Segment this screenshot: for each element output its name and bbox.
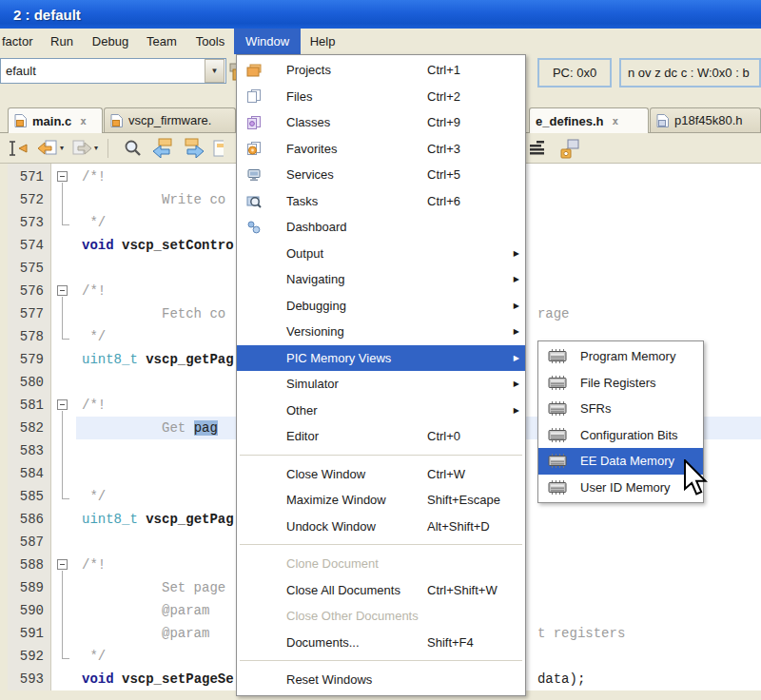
menu-item-ee-data-memory[interactable]: EE Data Memory — [538, 448, 703, 475]
toggle-highlight-icon[interactable] — [213, 139, 224, 158]
fold-start-icon[interactable] — [50, 554, 76, 576]
tab-main-c[interactable]: main.cx — [8, 107, 103, 133]
menu-item-program-memory[interactable]: Program Memory — [538, 343, 703, 370]
menubar-item-run[interactable]: Run — [42, 29, 82, 54]
menu-item-navigating[interactable]: Navigating▶ — [237, 266, 525, 293]
menubar-item-factor[interactable]: factor — [0, 29, 42, 54]
favorites-icon — [246, 140, 267, 157]
menu-item-versioning[interactable]: Versioning▶ — [237, 319, 525, 345]
tab-p18f45k80-h[interactable]: p18f45k80.h — [650, 107, 761, 132]
memory-chip-icon — [548, 426, 569, 443]
line-number[interactable]: 588 — [8, 554, 50, 576]
line-number[interactable]: 576 — [8, 280, 50, 302]
line-number[interactable]: 582 — [8, 417, 50, 439]
line-number[interactable]: 592 — [8, 645, 50, 668]
tab-close-icon[interactable]: x — [80, 115, 87, 127]
menu-item-label: Files — [286, 89, 312, 104]
fold-start-icon[interactable] — [50, 280, 76, 302]
menu-item-favorites[interactable]: FavoritesCtrl+3 — [237, 136, 525, 163]
menu-item-classes[interactable]: ClassesCtrl+9 — [237, 109, 525, 136]
menu-item-projects[interactable]: ProjectsCtrl+1 — [237, 57, 525, 84]
back-icon[interactable] — [36, 139, 59, 158]
menu-item-undock-window[interactable]: Undock WindowAlt+Shift+D — [237, 514, 525, 540]
fold-mid-icon — [50, 302, 76, 325]
line-number[interactable]: 589 — [8, 576, 50, 599]
menu-item-reset-windows[interactable]: Reset Windows — [237, 667, 525, 693]
flags-status-text: n ov z dc c : W:0x0 : b — [628, 66, 750, 80]
menu-item-tasks[interactable]: TasksCtrl+6 — [237, 188, 525, 215]
menubar-item-tools[interactable]: Tools — [186, 29, 234, 54]
fold-start-icon[interactable] — [50, 165, 76, 188]
line-number[interactable]: 590 — [8, 599, 50, 622]
line-number[interactable]: 591 — [8, 622, 50, 645]
menu-item-label: Clone Document — [286, 556, 379, 571]
menu-item-label: Projects — [286, 63, 331, 77]
next-occurrence-icon[interactable] — [182, 138, 206, 158]
comment-lines-icon[interactable] — [529, 140, 550, 157]
fold-start-icon[interactable] — [50, 394, 76, 417]
menu-item-debugging[interactable]: Debugging▶ — [237, 293, 525, 320]
menu-item-close-window[interactable]: Close WindowCtrl+W — [237, 461, 525, 488]
memory-chip-icon — [548, 400, 569, 418]
line-number[interactable]: 579 — [8, 348, 50, 371]
submenu-arrow-icon: ▶ — [514, 275, 519, 283]
menu-item-label: Debugging — [286, 299, 346, 313]
submenu-arrow-icon: ▶ — [514, 301, 519, 310]
menu-item-dashboard[interactable]: Dashboard — [237, 214, 525, 241]
tab-close-icon[interactable]: x — [613, 115, 619, 127]
line-number[interactable]: 571 — [8, 165, 50, 188]
line-number[interactable]: 573 — [8, 211, 50, 234]
menubar-item-team[interactable]: Team — [137, 29, 186, 54]
menu-item-file-registers[interactable]: File Registers — [538, 370, 703, 397]
line-number[interactable]: 584 — [8, 462, 50, 485]
menu-item-services[interactable]: ServicesCtrl+5 — [237, 162, 525, 188]
menu-icon-space — [246, 517, 267, 535]
back-dropdown-caret[interactable]: ▾ — [60, 144, 64, 152]
line-number[interactable]: 585 — [8, 485, 50, 508]
line-number[interactable]: 583 — [8, 439, 50, 462]
forward-icon[interactable] — [70, 139, 93, 158]
tab-vscp-firmware[interactable]: vscp_firmware. — [104, 107, 236, 132]
menu-item-label: Configuration Bits — [580, 428, 678, 442]
menu-item-sfrs[interactable]: SFRs — [538, 396, 703, 422]
fold-end-icon — [50, 485, 76, 508]
line-number[interactable]: 587 — [8, 531, 50, 554]
fold-mid-icon — [50, 462, 76, 485]
menu-item-files[interactable]: FilesCtrl+2 — [237, 84, 525, 110]
menu-item-user-id-memory[interactable]: User ID Memory — [538, 475, 703, 501]
find-selection-icon[interactable] — [123, 139, 144, 158]
record-macro-icon[interactable] — [558, 139, 581, 159]
menu-item-editor[interactable]: EditorCtrl+0 — [237, 423, 525, 450]
line-number[interactable]: 593 — [8, 668, 50, 690]
menu-icon-space — [246, 465, 267, 482]
menubar-item-help[interactable]: Help — [301, 29, 344, 54]
line-number[interactable]: 575 — [8, 257, 50, 280]
menu-item-simulator[interactable]: Simulator▶ — [237, 371, 525, 398]
line-number[interactable]: 580 — [8, 371, 50, 394]
configuration-combo[interactable]: efault ▼ — [0, 58, 226, 84]
menu-item-other[interactable]: Other▶ — [237, 398, 525, 424]
menubar-item-window[interactable]: Window — [234, 29, 301, 54]
forward-dropdown-caret[interactable]: ▾ — [94, 144, 98, 152]
line-number[interactable]: 572 — [8, 188, 50, 211]
last-edit-position-icon[interactable] — [7, 139, 29, 158]
menu-icon-space — [246, 671, 267, 689]
menubar-item-debug[interactable]: Debug — [84, 29, 137, 54]
line-number[interactable]: 586 — [8, 508, 50, 531]
menu-item-pic-memory-views[interactable]: PIC Memory Views▶ — [237, 345, 525, 372]
line-number[interactable]: 578 — [8, 325, 50, 348]
menu-item-close-all-documents[interactable]: Close All DocumentsCtrl+Shift+W — [237, 577, 525, 604]
menu-item-documents[interactable]: Documents...Shift+F4 — [237, 630, 525, 656]
line-number[interactable]: 574 — [8, 234, 50, 257]
line-number[interactable]: 577 — [8, 302, 50, 325]
combo-dropdown-arrow-icon[interactable]: ▼ — [205, 59, 224, 83]
menu-item-output[interactable]: Output▶ — [237, 241, 525, 267]
menu-item-maximize-window[interactable]: Maximize WindowShift+Escape — [237, 487, 525, 514]
menu-item-configuration-bits[interactable]: Configuration Bits — [538, 422, 703, 449]
tab-e-defines-h[interactable]: e_defines.hx — [529, 107, 649, 133]
menu-icon-space — [246, 492, 267, 509]
previous-occurrence-icon[interactable] — [150, 138, 175, 158]
c-file-icon — [14, 113, 28, 128]
menu-item-label: Editor — [286, 429, 319, 443]
line-number[interactable]: 581 — [8, 394, 50, 417]
